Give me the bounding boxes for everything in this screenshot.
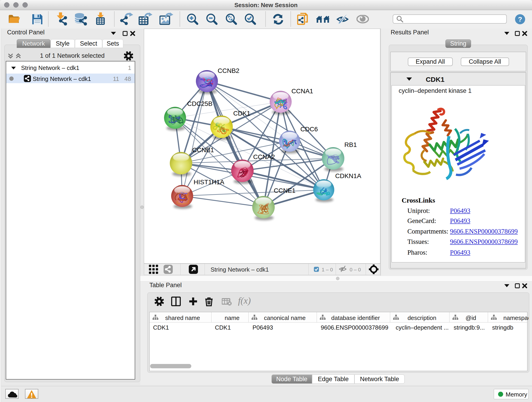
svg-text:CDC6: CDC6 [300, 126, 318, 133]
svg-text:CCNE1: CCNE1 [274, 187, 296, 194]
svg-text:CCNA1: CCNA1 [291, 88, 313, 95]
svg-text:?: ? [518, 15, 522, 23]
svg-text:RB1: RB1 [344, 141, 357, 148]
svg-text:CDK1: CDK1 [233, 110, 250, 117]
svg-text:HIST1H1A: HIST1H1A [194, 179, 224, 186]
svg-text:CCNA2: CCNA2 [253, 153, 275, 160]
svg-text:CCNB2: CCNB2 [218, 67, 239, 74]
svg-text:CDC25B: CDC25B [187, 100, 212, 107]
svg-text:CDKN1A: CDKN1A [335, 172, 361, 179]
svg-text:CCNB1: CCNB1 [192, 147, 214, 153]
